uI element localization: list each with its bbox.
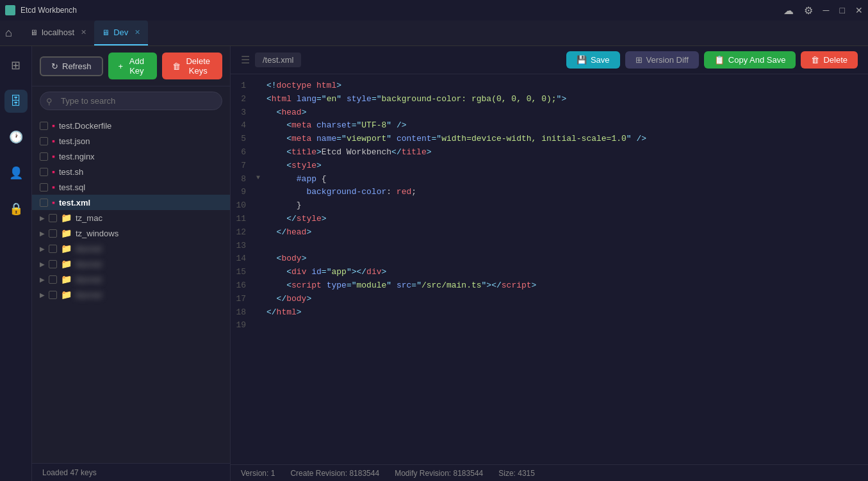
trash-icon: 🗑 (811, 55, 819, 65)
dev-tab-icon: 🖥 (102, 28, 110, 37)
folder-icon: 📁 (61, 228, 72, 238)
version-diff-icon: ⊞ (635, 55, 643, 65)
file-name: test.xml (59, 198, 90, 208)
search-icon: ⚲ (46, 96, 53, 106)
code-line: 1 <!doctype html> (231, 79, 868, 93)
code-line: 12 </head> (231, 226, 868, 240)
code-line: 18 </html> (231, 306, 868, 320)
file-name: test.sql (59, 183, 85, 192)
save-icon: 💾 (577, 55, 587, 65)
list-item[interactable]: ▪ test.sql (32, 179, 230, 195)
folder-checkbox[interactable] (49, 214, 57, 222)
code-line: 16 <script type="module" src="/src/main.… (231, 279, 868, 293)
refresh-button[interactable]: ↻ Refresh (40, 56, 103, 76)
loaded-keys-text: Loaded 47 keys (42, 468, 97, 477)
code-line: 15 <div id="app"></div> (231, 266, 868, 279)
list-item[interactable]: ▶ 📁 blurred (32, 256, 230, 272)
settings-icon[interactable]: ⚙ (804, 4, 813, 17)
editor-statusbar: Version: 1 Create Revision: 8183544 Modi… (231, 464, 868, 481)
file-checkbox[interactable] (40, 183, 48, 192)
chevron-right-icon: ▶ (40, 230, 45, 237)
filetree-panel: ↻ Refresh + Add Key 🗑 Delete Keys ⚲ (32, 46, 231, 481)
sidebar-history-icon[interactable]: 🕐 (4, 126, 28, 149)
tab-localhost[interactable]: 🖥 localhost ✕ (22, 20, 94, 45)
sidebar-lock-icon[interactable]: 🔒 (4, 197, 28, 220)
list-item[interactable]: ▶ 📁 blurred (32, 272, 230, 287)
file-checkbox[interactable] (40, 168, 48, 176)
tab-dev[interactable]: 🖥 Dev ✕ (94, 20, 148, 45)
titlebar-right: ☁ ⚙ ─ □ ✕ (783, 4, 863, 17)
save-button[interactable]: 💾 Save (566, 51, 620, 69)
cloud-icon[interactable]: ☁ (783, 4, 794, 17)
list-item[interactable]: ▶ 📁 tz_mac (32, 210, 230, 225)
close-button[interactable]: ✕ (855, 5, 863, 15)
code-line: 2 <html lang="en" style="background-colo… (231, 93, 868, 106)
list-item[interactable]: ▶ 📁 blurred (32, 241, 230, 256)
list-item[interactable]: ▪ test.json (32, 133, 230, 149)
titlebar-left: Etcd Workbench (5, 5, 77, 15)
file-name: test.json (59, 136, 90, 146)
folder-name: tz_mac (76, 213, 102, 223)
folder-checkbox[interactable] (49, 229, 57, 238)
key-path: /test.xml (255, 53, 301, 67)
filelist: ▪ test.Dockerfile ▪ test.json ▪ test.ngi… (32, 115, 230, 463)
folder-checkbox[interactable] (49, 245, 57, 253)
add-key-button[interactable]: + Add Key (108, 53, 157, 79)
folder-icon: 📁 (61, 243, 72, 254)
file-checkbox[interactable] (40, 152, 48, 161)
maximize-button[interactable]: □ (840, 5, 845, 15)
folder-name: blurred (76, 290, 101, 300)
minimize-button[interactable]: ─ (823, 5, 830, 15)
folder-checkbox[interactable] (49, 260, 57, 268)
folder-icon: 📁 (61, 259, 72, 269)
folder-name: blurred (76, 275, 101, 284)
tab-localhost-label: localhost (42, 28, 74, 37)
file-icon: ▪ (52, 182, 55, 192)
editor-panel: ☰ /test.xml 💾 Save ⊞ Version Diff 📋 Copy… (231, 46, 868, 481)
delete-icon: 🗑 (172, 61, 181, 71)
sidebar-icons: ⊞ 🗄 🕐 👤 🔒 (0, 46, 32, 481)
sidebar-database-icon[interactable]: 🗄 (4, 90, 28, 113)
version-diff-button[interactable]: ⊞ Version Diff (625, 51, 699, 69)
list-item[interactable]: ▶ 📁 blurred (32, 287, 230, 302)
menu-icon[interactable]: ☰ (241, 54, 250, 66)
chevron-right-icon: ▶ (40, 215, 45, 222)
list-item[interactable]: ▪ test.nginx (32, 149, 230, 164)
file-checkbox[interactable] (40, 122, 48, 130)
folder-checkbox[interactable] (49, 291, 57, 299)
code-line: 13 (231, 240, 868, 253)
titlebar: Etcd Workbench ☁ ⚙ ─ □ ✕ (0, 0, 868, 20)
file-icon: ▪ (52, 120, 55, 131)
list-item[interactable]: ▪ test.Dockerfile (32, 118, 230, 133)
editor-delete-button[interactable]: 🗑 Delete (801, 51, 858, 69)
list-item[interactable]: ▪ test.xml (32, 195, 230, 210)
refresh-icon: ↻ (51, 61, 58, 71)
list-item[interactable]: ▪ test.sh (32, 164, 230, 179)
sidebar-apps-icon[interactable]: ⊞ (4, 54, 28, 77)
code-line: 8 ▼ #app { (231, 173, 868, 186)
delete-keys-button[interactable]: 🗑 Delete Keys (162, 53, 222, 79)
app-icon (5, 5, 15, 15)
file-name: test.nginx (59, 152, 95, 161)
home-icon[interactable]: ⌂ (5, 26, 12, 40)
file-checkbox[interactable] (40, 137, 48, 145)
tab-localhost-close[interactable]: ✕ (81, 28, 86, 37)
list-item[interactable]: ▶ 📁 tz_windows (32, 225, 230, 241)
search-input[interactable] (40, 92, 222, 110)
file-checkbox[interactable] (40, 199, 48, 207)
editor-toolbar-right: 💾 Save ⊞ Version Diff 📋 Copy And Save 🗑 … (566, 51, 858, 69)
search-container: ⚲ (32, 86, 230, 115)
code-line: 14 <body> (231, 252, 868, 266)
file-name: test.sh (59, 167, 83, 177)
code-line: 7 <style> (231, 159, 868, 173)
code-editor[interactable]: 1 <!doctype html> 2 <html lang="en" styl… (231, 74, 868, 464)
folder-checkbox[interactable] (49, 275, 57, 284)
copy-and-save-button[interactable]: 📋 Copy And Save (704, 51, 796, 69)
copy-icon: 📋 (714, 55, 725, 65)
file-name: test.Dockerfile (59, 121, 111, 131)
tab-dev-close[interactable]: ✕ (135, 28, 140, 37)
server-icon: 🖥 (30, 28, 38, 37)
editor-toolbar: ☰ /test.xml 💾 Save ⊞ Version Diff 📋 Copy… (231, 46, 868, 74)
sidebar-users-icon[interactable]: 👤 (4, 161, 28, 184)
file-icon: ▪ (52, 197, 55, 208)
